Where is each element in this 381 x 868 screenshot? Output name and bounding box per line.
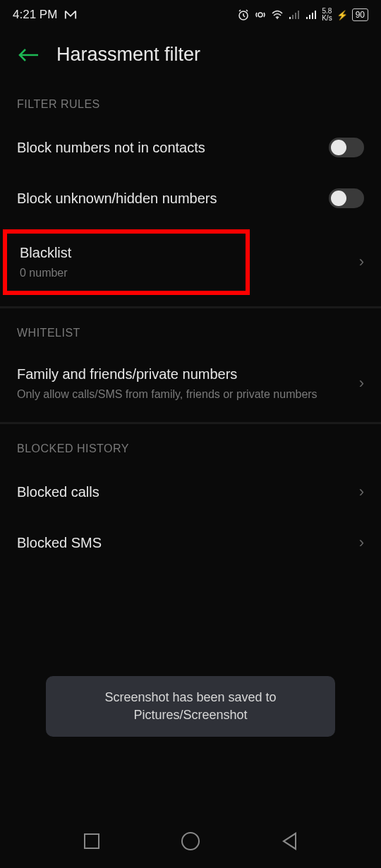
blacklist-title[interactable]: Blacklist: [20, 243, 233, 262]
chevron-right-icon: ›: [359, 534, 364, 552]
row-blocked-sms[interactable]: Blocked SMS ›: [0, 517, 381, 568]
svg-rect-9: [312, 13, 313, 19]
status-left: 4:21 PM: [13, 8, 77, 22]
block-unknown-label: Block unknown/hidden numbers: [17, 189, 329, 207]
wifi-icon: [271, 8, 284, 21]
row-family-friends[interactable]: Family and friends/private numbers Only …: [0, 351, 381, 416]
status-right: 5.8 K/s ⚡ 90: [237, 8, 368, 22]
battery-indicator: 90: [352, 8, 368, 21]
section-blocked-history: BLOCKED HISTORY: [0, 430, 381, 466]
section-whitelist: WHITELIST: [0, 314, 381, 351]
alarm-icon: [237, 8, 250, 21]
row-block-unknown[interactable]: Block unknown/hidden numbers: [0, 173, 381, 224]
vibrate-icon: [254, 8, 267, 21]
svg-rect-4: [292, 15, 294, 19]
block-contacts-label: Block numbers not in contacts: [17, 138, 329, 157]
signal-icon-2: [305, 8, 318, 21]
back-arrow-icon[interactable]: [17, 47, 40, 64]
blacklist-subtitle: 0 number: [20, 266, 233, 281]
recent-apps-button[interactable]: [81, 831, 102, 852]
signal-icon-1: [288, 8, 301, 21]
svg-rect-3: [289, 17, 291, 19]
back-button[interactable]: [279, 831, 300, 852]
blocked-calls-label: Blocked calls: [17, 483, 359, 501]
svg-rect-6: [298, 11, 299, 19]
toast-notification: Screenshot has been saved to Pictures/Sc…: [46, 676, 335, 737]
navigation-bar: [0, 814, 381, 868]
divider: [0, 422, 381, 424]
svg-point-2: [277, 18, 278, 19]
network-speed: 5.8 K/s: [322, 8, 332, 22]
row-block-not-in-contacts[interactable]: Block numbers not in contacts: [0, 122, 381, 173]
svg-point-1: [258, 13, 262, 17]
app-header: Harassment filter: [0, 30, 381, 85]
svg-rect-7: [306, 17, 308, 19]
status-bar: 4:21 PM 5.8 K/s ⚡ 90: [0, 0, 381, 30]
charging-icon: ⚡: [337, 10, 348, 20]
family-title: Family and friends/private numbers: [17, 365, 359, 383]
chevron-right-icon: ›: [359, 253, 364, 271]
highlight-annotation: Blacklist 0 number: [3, 229, 250, 295]
section-filter-rules: FILTER RULES: [0, 85, 381, 122]
svg-rect-10: [315, 11, 316, 19]
blocked-sms-label: Blocked SMS: [17, 534, 359, 552]
chevron-right-icon: ›: [359, 483, 364, 501]
home-button[interactable]: [180, 831, 201, 852]
svg-rect-8: [309, 15, 310, 19]
divider: [0, 306, 381, 308]
mail-icon: [64, 8, 77, 21]
status-time: 4:21 PM: [13, 8, 57, 22]
toggle-block-unknown[interactable]: [329, 188, 364, 208]
row-blocked-calls[interactable]: Blocked calls ›: [0, 466, 381, 517]
family-subtitle: Only allow calls/SMS from family, friend…: [17, 387, 359, 402]
page-title: Harassment filter: [56, 44, 200, 66]
toggle-block-contacts[interactable]: [329, 138, 364, 157]
row-blacklist-container: Blacklist 0 number ›: [0, 224, 381, 301]
svg-rect-5: [295, 13, 296, 19]
chevron-right-icon: ›: [359, 374, 364, 392]
